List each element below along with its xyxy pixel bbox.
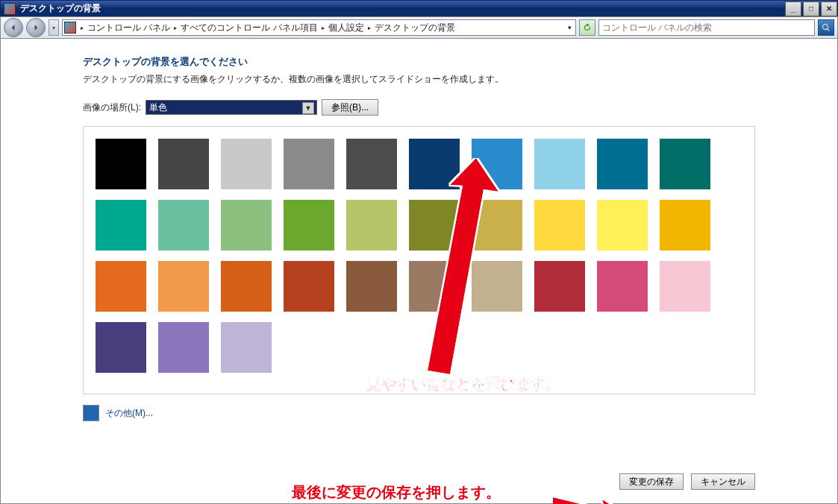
- color-swatch[interactable]: [96, 139, 146, 189]
- color-swatch[interactable]: [158, 322, 209, 373]
- color-swatch[interactable]: [346, 139, 397, 189]
- color-swatch[interactable]: [284, 261, 334, 312]
- location-select[interactable]: 単色: [146, 100, 317, 115]
- color-swatch[interactable]: [409, 139, 460, 189]
- main-content: デスクトップの背景を選んでください デスクトップの背景にする画像をクリックするか…: [0, 39, 838, 504]
- window-title: デスクトップの背景: [19, 2, 784, 15]
- footer-buttons: 変更の保存 キャンセル: [619, 473, 755, 490]
- breadcrumb-item[interactable]: デスクトップの背景: [372, 22, 457, 34]
- color-swatch[interactable]: [409, 261, 460, 312]
- page-heading: デスクトップの背景を選んでください: [83, 55, 755, 69]
- search-button[interactable]: [818, 19, 834, 36]
- color-swatch[interactable]: [472, 261, 522, 312]
- color-swatch[interactable]: [472, 200, 522, 251]
- color-swatch[interactable]: [96, 261, 146, 312]
- color-swatch[interactable]: [660, 200, 710, 251]
- color-swatch[interactable]: [660, 261, 710, 312]
- color-swatch[interactable]: [96, 200, 146, 251]
- browse-button[interactable]: 参照(B)...: [322, 99, 378, 116]
- address-dropdown[interactable]: ▾: [563, 24, 575, 31]
- back-button[interactable]: [4, 18, 23, 37]
- cancel-button[interactable]: キャンセル: [691, 473, 755, 490]
- refresh-button[interactable]: [579, 19, 595, 36]
- window-titlebar: デスクトップの背景 _ □ ✕: [0, 0, 838, 16]
- color-swatch[interactable]: [597, 200, 648, 251]
- color-swatch[interactable]: [660, 139, 710, 189]
- close-button[interactable]: ✕: [821, 1, 837, 16]
- breadcrumb-item[interactable]: 個人設定: [326, 22, 366, 34]
- address-bar: ▾ ▸ コントロール パネル ▸ すべてのコントロール パネル項目 ▸ 個人設定…: [0, 16, 838, 39]
- color-swatch[interactable]: [96, 322, 146, 373]
- color-swatch[interactable]: [221, 139, 272, 189]
- color-swatch[interactable]: [158, 139, 209, 189]
- color-swatch[interactable]: [158, 261, 209, 312]
- color-swatch[interactable]: [346, 200, 397, 251]
- location-selected: 単色: [149, 101, 167, 114]
- search-box[interactable]: [598, 19, 815, 36]
- color-swatch[interactable]: [221, 322, 272, 373]
- annotation-arrow-2: [553, 494, 635, 504]
- color-swatch[interactable]: [534, 139, 585, 189]
- color-swatch[interactable]: [597, 139, 648, 189]
- breadcrumb-item[interactable]: すべてのコントロール パネル項目: [178, 22, 319, 34]
- search-input[interactable]: [599, 22, 814, 33]
- others-row: その他(M)...: [83, 405, 755, 421]
- color-palette: [96, 139, 742, 373]
- color-swatch[interactable]: [472, 139, 522, 189]
- color-swatch[interactable]: [409, 200, 460, 251]
- palette-frame: [83, 126, 755, 394]
- page-subheading: デスクトップの背景にする画像をクリックするか、複数の画像を選択してスライドショー…: [83, 73, 755, 86]
- location-icon: [64, 22, 76, 34]
- color-swatch[interactable]: [221, 261, 272, 312]
- color-swatch[interactable]: [158, 200, 209, 251]
- breadcrumb: ▸ コントロール パネル ▸ すべてのコントロール パネル項目 ▸ 個人設定 ▸…: [76, 22, 563, 34]
- forward-button[interactable]: [26, 18, 46, 37]
- color-swatch[interactable]: [221, 200, 272, 251]
- maximize-button[interactable]: □: [803, 1, 819, 16]
- svg-marker-1: [553, 497, 631, 504]
- color-swatch[interactable]: [597, 261, 648, 312]
- color-swatch[interactable]: [534, 261, 585, 312]
- app-icon: [4, 3, 16, 15]
- color-swatch[interactable]: [284, 200, 334, 251]
- annotation-text-2: 最後に変更の保存を押します。: [292, 482, 501, 503]
- breadcrumb-box[interactable]: ▸ コントロール パネル ▸ すべてのコントロール パネル項目 ▸ 個人設定 ▸…: [62, 19, 576, 36]
- location-label: 画像の場所(L):: [83, 101, 141, 114]
- others-link[interactable]: その他(M)...: [105, 407, 153, 420]
- minimize-button[interactable]: _: [785, 1, 801, 16]
- save-button[interactable]: 変更の保存: [619, 473, 684, 490]
- other-color-swatch[interactable]: [83, 405, 99, 421]
- color-swatch[interactable]: [284, 139, 334, 189]
- breadcrumb-item[interactable]: コントロール パネル: [85, 22, 172, 34]
- nav-history-dropdown[interactable]: ▾: [49, 19, 59, 36]
- location-row: 画像の場所(L): 単色 参照(B)...: [83, 99, 755, 116]
- color-swatch[interactable]: [534, 200, 585, 251]
- color-swatch[interactable]: [346, 261, 397, 312]
